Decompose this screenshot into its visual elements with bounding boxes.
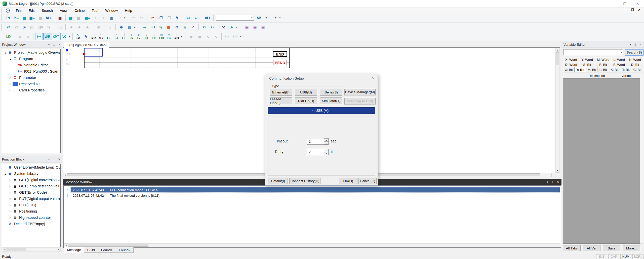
- scroll-down-icon[interactable]: ▾: [556, 169, 559, 173]
- variable-grid-vscrollbar[interactable]: [640, 73, 643, 244]
- timeout-spinner[interactable]: 2 ▲▼: [307, 138, 329, 145]
- print-icon[interactable]: ▣: [108, 14, 115, 21]
- edit-icon[interactable]: ✎: [173, 14, 181, 21]
- page-undo-icon[interactable]: ↺: [200, 24, 208, 31]
- cut-icon[interactable]: ✂: [149, 14, 157, 21]
- f2-wire-icon[interactable]: ╾F2: [105, 33, 112, 40]
- scroll-right-icon[interactable]: ▸: [551, 173, 555, 177]
- network-icon[interactable]: ⊕: [117, 24, 125, 31]
- spin-down-icon[interactable]: ▼: [324, 141, 328, 144]
- var-tab-y-bit[interactable]: Y: Bit: [574, 67, 586, 72]
- expander-icon[interactable]: ▷: [9, 83, 12, 85]
- tab-found1[interactable]: Found1: [98, 247, 116, 253]
- collapse-icon[interactable]: ▾: [48, 43, 50, 46]
- tab-build[interactable]: Build: [84, 247, 98, 253]
- find-previous-icon[interactable]: ↶: [263, 14, 271, 21]
- f10-coil-set-icon[interactable]: (/)F10: [158, 33, 165, 40]
- type-button-ethernet-e-[interactable]: Ethernet(E): [270, 89, 292, 96]
- tree-item[interactable]: ◢❐Program: [2, 56, 60, 62]
- editor-tab[interactable]: [001] Pgm000.SRC [2 step]: [64, 42, 109, 48]
- rung-wire[interactable]: [84, 63, 273, 63]
- new-file-icon[interactable]: ▤: [21, 14, 28, 21]
- module-remove-icon[interactable]: ▣: [259, 24, 267, 31]
- add-page-icon[interactable]: ▤+: [67, 14, 75, 21]
- f5-contact-icon[interactable]: ┤├F5: [120, 33, 128, 40]
- var-tab-s-bit[interactable]: S: Bit: [579, 62, 595, 67]
- collapse-icon[interactable]: ▾: [547, 180, 548, 184]
- find-combo[interactable]: ▾: [216, 15, 254, 21]
- copy-icon[interactable]: ❐: [157, 14, 165, 21]
- collapse-icon[interactable]: ▾: [630, 43, 631, 46]
- scroll-thumb[interactable]: [6, 248, 26, 251]
- timeout-value[interactable]: 2: [307, 138, 324, 144]
- dropdown-caret-icon[interactable]: ▾: [279, 17, 281, 19]
- search-button[interactable]: Search(S): [625, 49, 643, 56]
- tools-icon[interactable]: ⚒: [220, 24, 227, 31]
- close-icon[interactable]: ✕: [58, 43, 60, 46]
- tree-item[interactable]: ▷▤GET(Digital conversion value): [2, 177, 60, 183]
- button-save[interactable]: Save: [603, 245, 620, 251]
- export-icon[interactable]: ⇥: [141, 24, 148, 31]
- mdi-restore-icon[interactable]: ❐: [631, 8, 634, 12]
- expander-icon[interactable]: ▷: [9, 76, 12, 79]
- variable-view-icon[interactable]: VAR: [43, 33, 51, 40]
- f9-coil-icon[interactable]: ( )F9: [150, 33, 158, 40]
- tab-found2[interactable]: Found2: [116, 247, 134, 253]
- expander-icon[interactable]: ▷: [9, 204, 12, 206]
- dropdown-caret-icon[interactable]: ▾: [181, 35, 182, 38]
- find-replace-icon[interactable]: AB: [255, 14, 263, 21]
- edit-pencil-icon[interactable]: ✎: [82, 33, 90, 40]
- dropdown-caret-icon[interactable]: ▾: [124, 17, 125, 19]
- tree-item[interactable]: ✕Deleted FB(Empty): [2, 221, 60, 227]
- verify-icon[interactable]: ⇄: [5, 24, 12, 31]
- vc-view-icon[interactable]: VC: [60, 33, 68, 40]
- expander-icon[interactable]: ◢: [4, 172, 7, 175]
- close-icon[interactable]: ✕: [640, 43, 642, 46]
- type-button-serial-s-[interactable]: Serial(S): [320, 89, 342, 96]
- comment-view-icon[interactable]: CMT: [52, 33, 60, 40]
- tree-item[interactable]: ▷▤Positioning: [2, 208, 60, 214]
- insert-row-icon[interactable]: ≡+: [185, 14, 192, 21]
- type-button-dial-up-d-[interactable]: Dial-Up(D): [295, 97, 317, 104]
- var-tab-f-bit[interactable]: F: Bit: [595, 62, 611, 67]
- spin-down-icon[interactable]: ▼: [324, 152, 328, 155]
- var-tab-l-bit[interactable]: L: Bit: [597, 67, 609, 72]
- menu-view[interactable]: View: [56, 8, 71, 13]
- pin-icon[interactable]: ⊥: [53, 43, 55, 46]
- type-button-device-manager-m-[interactable]: Device Manager(M): [344, 89, 376, 95]
- ld-xl-convert-icon[interactable]: LD: [149, 24, 156, 31]
- spin-up-icon[interactable]: ▲: [324, 138, 328, 141]
- menu-search[interactable]: Search: [38, 8, 56, 13]
- scroll-thumb[interactable]: [68, 244, 148, 247]
- device-monitor-icon[interactable]: ▥: [126, 24, 133, 31]
- tree-item[interactable]: ▷▤GET(Temp detection value): [2, 183, 60, 189]
- close-icon[interactable]: ✕: [557, 180, 559, 184]
- close-icon[interactable]: ✕: [635, 2, 640, 6]
- button-cancel-c-[interactable]: Cancel(C): [358, 178, 377, 184]
- var-tab-l-word[interactable]: L: Word: [611, 57, 627, 62]
- dropdown-caret-icon[interactable]: ▾: [134, 26, 135, 28]
- expander-icon[interactable]: ▷: [9, 191, 12, 194]
- menu-tool[interactable]: Tool: [88, 8, 102, 13]
- menu-online[interactable]: Online: [71, 8, 88, 13]
- var-tab-m-word[interactable]: M: Word: [595, 57, 611, 62]
- menu-file[interactable]: File: [12, 8, 25, 13]
- find-combo-input[interactable]: [216, 15, 250, 20]
- expander-icon[interactable]: ▷: [9, 197, 12, 200]
- expander-icon[interactable]: ◢: [4, 51, 7, 54]
- film-icon[interactable]: ▦: [165, 24, 173, 31]
- tree-item[interactable]: ▷!Reserved IO: [2, 81, 60, 87]
- find-all-icon[interactable]: ALL: [204, 14, 212, 21]
- tree-item[interactable]: ▷❐Card Properties: [2, 87, 60, 93]
- var-tab-c-bit[interactable]: C: Bit: [632, 67, 643, 72]
- gear-icon[interactable]: ⚙: [173, 24, 181, 31]
- var-tab-y-word[interactable]: Y: Word: [579, 57, 595, 62]
- scroll-left-icon[interactable]: ◂: [2, 248, 6, 251]
- tree-item[interactable]: ▣User Library[Maple Logic Overview]: [2, 164, 60, 170]
- cell-selection-cursor[interactable]: [84, 48, 103, 57]
- var-tab-d-word[interactable]: D: Word: [563, 62, 579, 67]
- dropdown-caret-icon[interactable]: ▾: [267, 26, 269, 28]
- download-run-icon[interactable]: ➤: [21, 24, 28, 31]
- pend-instruction[interactable]: PEND: [273, 60, 287, 65]
- new-project-icon[interactable]: P+: [5, 14, 12, 21]
